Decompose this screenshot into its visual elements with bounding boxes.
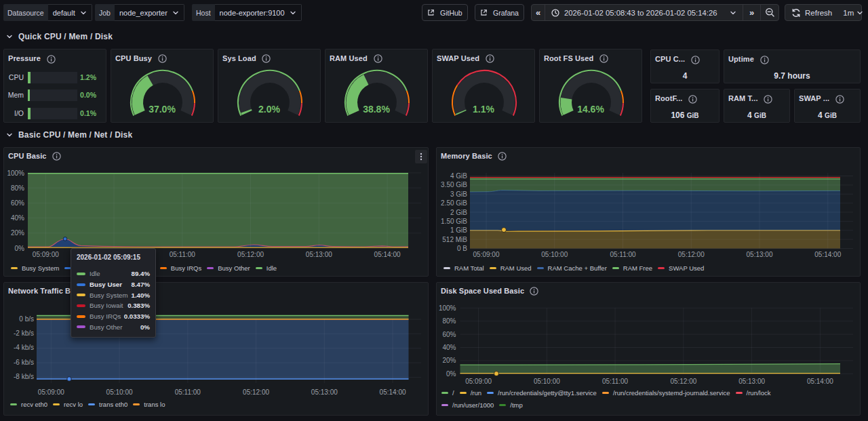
svg-text:2.50 GiB: 2.50 GiB xyxy=(441,199,467,207)
svg-text:-2 kb/s: -2 kb/s xyxy=(14,329,34,337)
svg-text:2 GiB: 2 GiB xyxy=(450,209,467,216)
svg-text:3 GiB: 3 GiB xyxy=(450,191,467,198)
svg-text:05:09:00: 05:09:00 xyxy=(465,378,492,385)
svg-text:05:12:00: 05:12:00 xyxy=(237,251,264,258)
svg-text:05:10:00: 05:10:00 xyxy=(534,378,560,385)
svg-text:05:13:00: 05:13:00 xyxy=(311,388,338,396)
svg-text:-8 kb/s: -8 kb/s xyxy=(14,373,34,380)
svg-text:40%: 40% xyxy=(11,214,24,222)
svg-text:0 b/s: 0 b/s xyxy=(19,315,34,323)
svg-text:0%: 0% xyxy=(446,370,456,378)
svg-text:05:14:00: 05:14:00 xyxy=(807,378,833,385)
svg-text:05:11:00: 05:11:00 xyxy=(602,378,629,385)
svg-text:05:11:00: 05:11:00 xyxy=(175,388,201,396)
svg-text:-4 kb/s: -4 kb/s xyxy=(14,344,34,351)
svg-text:80%: 80% xyxy=(11,184,24,192)
svg-text:1.50 GiB: 1.50 GiB xyxy=(441,218,467,225)
svg-text:05:14:00: 05:14:00 xyxy=(374,251,401,258)
svg-text:05:13:00: 05:13:00 xyxy=(747,251,773,258)
svg-text:05:13:00: 05:13:00 xyxy=(738,378,765,385)
svg-text:4 GiB: 4 GiB xyxy=(450,172,467,180)
svg-text:60%: 60% xyxy=(11,199,24,207)
svg-text:512 MiB: 512 MiB xyxy=(442,236,467,243)
svg-text:05:12:00: 05:12:00 xyxy=(243,388,269,396)
svg-text:1 GiB: 1 GiB xyxy=(450,226,467,234)
svg-text:0 B: 0 B xyxy=(457,245,467,252)
svg-text:05:11:00: 05:11:00 xyxy=(610,251,636,258)
svg-text:05:10:00: 05:10:00 xyxy=(106,388,133,396)
svg-text:05:14:00: 05:14:00 xyxy=(380,388,406,396)
svg-text:05:12:00: 05:12:00 xyxy=(678,251,705,258)
svg-text:05:09:00: 05:09:00 xyxy=(38,388,64,396)
svg-text:3.50 GiB: 3.50 GiB xyxy=(441,181,467,188)
svg-text:05:14:00: 05:14:00 xyxy=(814,251,841,258)
svg-text:0%: 0% xyxy=(15,245,25,252)
svg-text:05:09:00: 05:09:00 xyxy=(473,251,500,258)
svg-text:100%: 100% xyxy=(439,304,456,312)
svg-text:05:11:00: 05:11:00 xyxy=(170,251,196,258)
svg-text:-6 kb/s: -6 kb/s xyxy=(14,359,34,366)
svg-text:05:10:00: 05:10:00 xyxy=(541,251,568,258)
svg-text:20%: 20% xyxy=(442,357,456,364)
svg-text:60%: 60% xyxy=(442,331,456,338)
svg-text:100%: 100% xyxy=(7,169,24,177)
svg-text:05:12:00: 05:12:00 xyxy=(670,378,696,385)
svg-text:05:13:00: 05:13:00 xyxy=(306,251,332,258)
svg-text:05:09:00: 05:09:00 xyxy=(33,251,59,258)
svg-text:40%: 40% xyxy=(442,344,456,351)
svg-text:20%: 20% xyxy=(11,229,24,237)
svg-text:80%: 80% xyxy=(442,317,456,325)
